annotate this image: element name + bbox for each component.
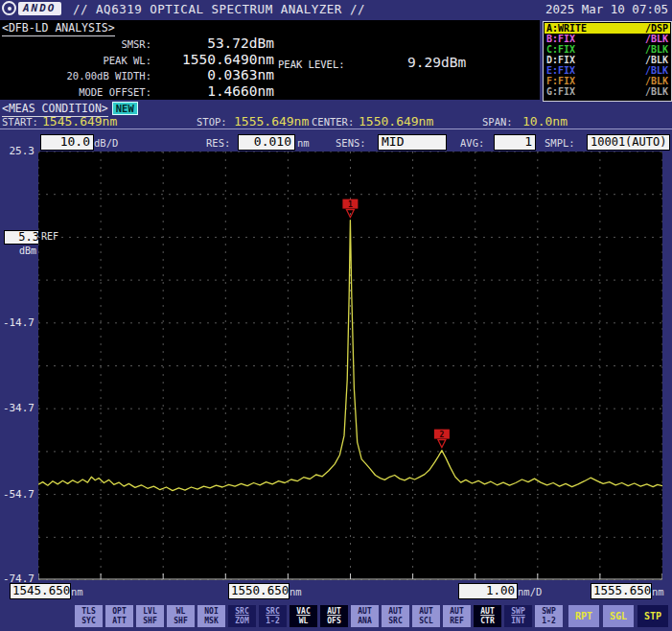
sweep-action-keys: RPTSGLSTP <box>568 605 668 627</box>
center-label: CENTER: <box>312 116 354 128</box>
trace-name: D:FIX <box>546 55 575 65</box>
fkey-line1: AUT <box>382 607 409 617</box>
ando-logo-text: ANDO <box>18 2 61 15</box>
trace-row[interactable]: D:FIX/BLK <box>545 55 670 65</box>
trace-row[interactable]: A:WRITE/DSP <box>545 23 670 34</box>
trace-name: F:FIX <box>546 76 575 86</box>
res-field[interactable]: 0.010 <box>238 134 295 151</box>
fkey-line2: INT <box>504 617 532 626</box>
smpl-label: SMPL: <box>545 137 575 149</box>
center-value[interactable]: 1550.649nm <box>359 114 433 129</box>
fkey-src-zom[interactable]: SRCZOM <box>228 605 256 627</box>
fkey-line1: AUT <box>320 607 348 617</box>
trace-row[interactable]: F:FIX/BLK <box>545 76 670 86</box>
fkey-wl-shf[interactable]: WLSHF <box>167 605 195 627</box>
osa-screen: ANDO // AQ6319 OPTICAL SPECTRUM ANALYZER… <box>0 0 672 631</box>
x-center-field[interactable]: 1550.650 <box>228 583 290 599</box>
fkey-line1: TLS <box>75 607 103 617</box>
avg-field[interactable]: 1 <box>494 134 536 151</box>
sens-label: SENS: <box>336 137 366 149</box>
svg-text:2: 2 <box>439 431 444 439</box>
db-per-div-field[interactable]: 10.0 <box>40 134 94 151</box>
action-stp[interactable]: STP <box>637 605 668 627</box>
fkey-line1: LVL <box>136 607 164 617</box>
fkey-line1: SRC <box>259 607 287 617</box>
x-start-unit: nm <box>71 586 83 597</box>
fkey-line2: 1-2 <box>535 617 563 626</box>
analysis-rows: SMSR:53.72dBmPEAK WL:1550.6490nm20.00dB … <box>0 35 278 99</box>
stop-label: STOP: <box>197 116 227 128</box>
ref-level-field[interactable]: 5.3 <box>4 230 42 245</box>
fkey-aut-ana[interactable]: AUTANA <box>351 605 379 627</box>
trace-row[interactable]: B:FIX/BLK <box>545 34 670 44</box>
analysis-row: MODE OFFSET:1.4660nm <box>0 83 278 100</box>
analysis-row: SMSR:53.72dBm <box>0 35 278 52</box>
dfb-ld-analysis-panel: <DFB-LD ANALYSIS> SMSR:53.72dBmPEAK WL:1… <box>0 20 540 100</box>
y-axis-label-m54: -54.7 <box>0 488 35 501</box>
span-value[interactable]: 10.0nm <box>522 114 568 129</box>
trace-row[interactable]: E:FIX/BLK <box>545 65 670 76</box>
svg-text:1: 1 <box>348 200 353 209</box>
datetime: 2025 Mar 10 07:05 <box>545 2 668 16</box>
svg-text:REF: REF <box>41 231 58 242</box>
peak-level-value: 9.29dBm <box>407 55 466 70</box>
ando-badge-icon <box>2 1 16 15</box>
fkey-lvl-shf[interactable]: LVLSHF <box>136 605 164 627</box>
fkey-opt-att[interactable]: OPTATT <box>105 605 133 627</box>
start-value[interactable]: 1545.649nm <box>42 114 117 129</box>
fkey-line1: NOI <box>197 607 225 617</box>
fkey-line1: AUT <box>351 607 379 617</box>
fkey-aut-ctr[interactable]: AUTCTR <box>474 605 501 627</box>
fkey-line1: OPT <box>105 607 133 617</box>
analysis-row-value: 0.0363nm <box>151 67 274 82</box>
fkey-line2: 1-2 <box>259 617 287 626</box>
fkey-line2: CTR <box>474 617 501 626</box>
smpl-field[interactable]: 10001(AUTO) <box>587 134 670 151</box>
fkey-line1: SRC <box>228 607 256 617</box>
fkey-aut-ofs[interactable]: AUTOFS <box>320 605 348 627</box>
fkey-src-1-2[interactable]: SRC1-2 <box>259 605 287 627</box>
ando-logo: ANDO <box>2 1 61 15</box>
fkey-swp-1-2[interactable]: SWP1-2 <box>535 605 563 627</box>
fkey-line2: SHF <box>167 617 195 626</box>
fkey-line2: ATT <box>105 617 133 626</box>
analysis-row-label: SMSR: <box>0 38 151 50</box>
action-rpt[interactable]: RPT <box>568 605 599 627</box>
fkey-aut-scl[interactable]: AUTSCL <box>412 605 440 627</box>
fkey-line2: ZOM <box>228 617 256 626</box>
sens-field[interactable]: MID <box>378 134 447 151</box>
softkey-toolbar: TLSSYCOPTATTLVLSHFWLSHFNOIMSKSRCZOMSRC1-… <box>75 605 563 627</box>
analysis-row-label: PEAK WL: <box>0 55 151 66</box>
avg-label: AVG: <box>460 137 484 149</box>
fkey-line1: SWP <box>504 607 532 617</box>
fkey-line1: SWP <box>535 607 563 617</box>
x-start-field[interactable]: 1545.650 <box>10 583 71 599</box>
x-scale-field[interactable]: 1.00 <box>458 583 518 599</box>
new-badge: NEW <box>112 102 138 115</box>
trace-name: G:FIX <box>546 86 575 97</box>
x-stop-field[interactable]: 1555.650 <box>591 583 652 599</box>
trace-row[interactable]: G:FIX/BLK <box>545 86 670 97</box>
fkey-line2: ANA <box>351 617 379 626</box>
fkey-tls-syc[interactable]: TLSSYC <box>75 605 103 627</box>
trace-name: A:WRITE <box>546 23 587 34</box>
trace-mode: /BLK <box>645 76 668 86</box>
span-label: SPAN: <box>482 116 513 128</box>
trace-mode: /DSP <box>645 23 668 34</box>
fkey-aut-src[interactable]: AUTSRC <box>382 605 409 627</box>
stop-value[interactable]: 1555.649nm <box>234 114 309 129</box>
divider <box>0 129 672 129</box>
fkey-vac-wl[interactable]: VACWL <box>290 605 317 627</box>
trace-name: B:FIX <box>546 34 575 44</box>
fkey-aut-ref[interactable]: AUTREF <box>443 605 471 627</box>
trace-mode: /BLK <box>645 55 668 65</box>
spectrum-plot: REF12 <box>38 152 662 580</box>
analysis-row: 20.00dB WIDTH:0.0363nm <box>0 67 278 83</box>
fkey-line2: SYC <box>75 617 103 626</box>
fkey-swp-int[interactable]: SWPINT <box>504 605 532 627</box>
trace-row[interactable]: C:FIX/BLK <box>545 44 670 55</box>
meas-condition-heading: <MEAS CONDITION>NEW <box>2 102 138 115</box>
trace-name: E:FIX <box>546 65 575 76</box>
fkey-noi-msk[interactable]: NOIMSK <box>197 605 225 627</box>
action-sgl[interactable]: SGL <box>603 605 634 627</box>
